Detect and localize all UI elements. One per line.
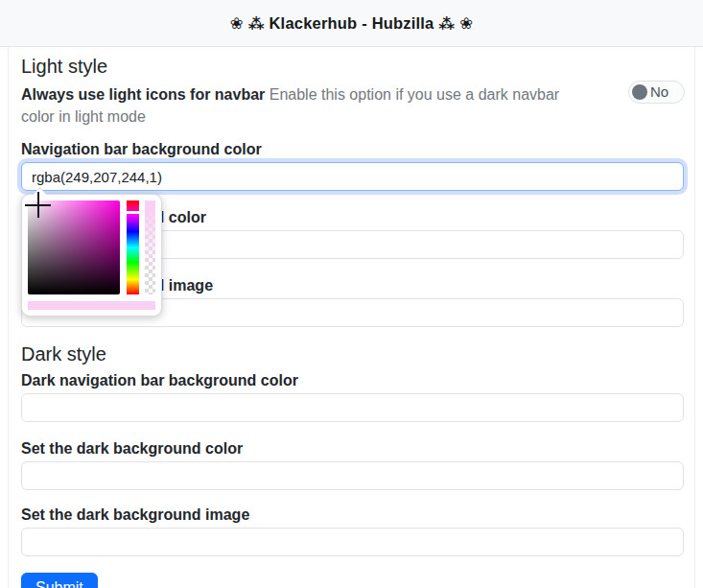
alpha-slider[interactable] — [145, 200, 155, 294]
navbar-bg-color-label: Navigation bar background color — [21, 140, 684, 158]
submit-button[interactable]: Submit — [21, 573, 98, 588]
saturation-square[interactable] — [28, 200, 120, 294]
color-picker-popup — [21, 194, 162, 317]
light-icons-label: Always use light icons for navbar — [21, 86, 265, 103]
toggle-state-label: No — [650, 82, 668, 103]
dark-bg-image-input[interactable] — [21, 528, 684, 556]
dark-style-heading: Dark style — [21, 341, 684, 366]
light-icons-toggle[interactable]: No — [628, 81, 685, 104]
hue-slider[interactable] — [127, 200, 138, 294]
light-style-heading: Light style — [21, 54, 684, 79]
light-icons-setting-row: Always use light icons for navbar Enable… — [21, 83, 684, 128]
dark-bg-image-label: Set the dark background image — [21, 506, 684, 524]
top-navbar: ❀ ⁂ Klackerhub - Hubzilla ⁂ ❀ — [0, 0, 703, 47]
navbar-bg-color-input[interactable] — [21, 162, 684, 191]
dark-navbar-bg-color-label: Dark navigation bar background color — [21, 371, 684, 389]
dark-bg-color-input[interactable] — [21, 461, 684, 490]
toggle-knob-icon — [632, 84, 647, 100]
navbar-bg-color-field: Navigation bar background color — [21, 140, 684, 191]
dark-bg-image-field: Set the dark background image — [21, 506, 684, 556]
dark-navbar-bg-color-field: Dark navigation bar background color — [21, 371, 684, 422]
hue-slider-handle[interactable] — [126, 211, 140, 214]
crosshair-icon — [37, 192, 39, 218]
selected-color-preview — [28, 301, 155, 310]
dark-bg-color-field: Set the dark background color — [21, 439, 684, 490]
settings-panel: Light style Always use light icons for n… — [8, 47, 695, 588]
dark-navbar-bg-color-input[interactable] — [21, 393, 684, 422]
site-title: ❀ ⁂ Klackerhub - Hubzilla ⁂ ❀ — [230, 14, 473, 33]
dark-bg-color-label: Set the dark background color — [21, 439, 684, 458]
